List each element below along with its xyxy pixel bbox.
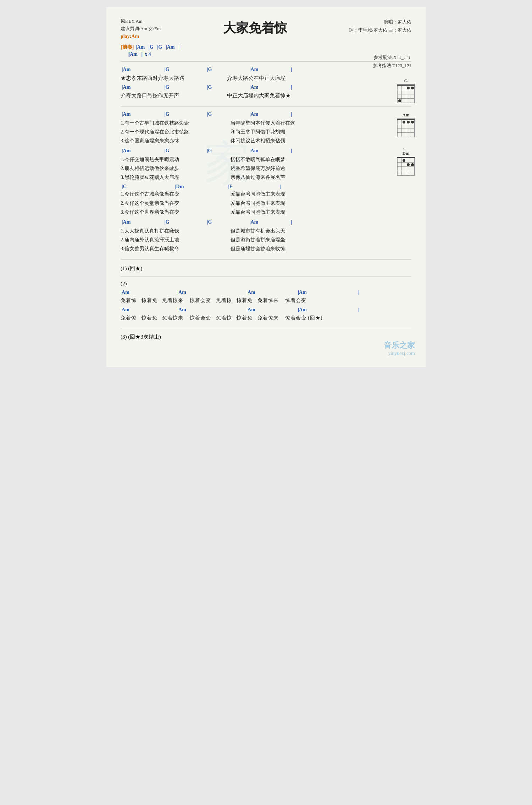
repeat-chords: ||Am || x 4 xyxy=(128,51,151,57)
verse2-chords2: |Am |G |G |Am | xyxy=(121,147,411,154)
intro-row: [前奏] |Am |G |G |Am | xyxy=(121,44,411,50)
verse1-lyrics1: ★忠孝东路西对介寿大路遇 介寿大路公在中正大庙埕 xyxy=(121,74,411,82)
section1-text: (1) (回★) xyxy=(121,265,142,271)
g-chord-name: G xyxy=(404,78,408,84)
watermark-cn: 音乐之家 xyxy=(384,340,415,351)
intro-chords: |Am |G |G |Am | xyxy=(136,44,179,50)
header-right: 演唱：罗大佑 詞：李坤城/罗大佑 曲：罗大佑 xyxy=(349,18,411,34)
verse2-lines3: 1.今仔这个古城亲像当在变 爱靠台湾同胞做主来表现 2.今仔这个灵堂亲像当在变 … xyxy=(121,190,411,217)
dm-chord-name: Dm xyxy=(402,150,409,156)
am-chord-diagram: Am xyxy=(397,112,415,137)
chord-diagrams: G xyxy=(397,78,415,176)
verse2-chords3: |C |Dm |E | xyxy=(121,184,411,190)
singer-text: 演唱：罗大佑 xyxy=(349,18,411,26)
section3-block: (3) (回★3次结束) xyxy=(121,334,411,340)
dm-chord-diagram: ○ Dm xyxy=(397,146,415,176)
header: 原KEY:Am 建议男调:Am 女:Em play:Am 大家免着惊 演唱：罗大… xyxy=(121,18,411,40)
header-left: 原KEY:Am 建议男调:Am 女:Em play:Am xyxy=(121,18,161,40)
intro-label: [前奏] xyxy=(121,44,134,50)
section3-text: (3) (回★3次结束) xyxy=(121,334,161,340)
verse2-lines2: 1.今仔交通闹热夹甲呣震动 恬恬不敢喘气孤单在眠梦 2.朋友相招运动做伙来散步 … xyxy=(121,155,411,182)
g-chord-diagram: G xyxy=(397,78,415,103)
key-text: 原KEY:Am xyxy=(121,18,161,25)
repeat-row: ||Am || x 4 xyxy=(121,51,411,57)
section2-label: (2) xyxy=(121,281,411,287)
play-text: play:Am xyxy=(121,33,161,40)
lyricist-text: 詞：李坤城/罗大佑 曲：罗大佑 xyxy=(349,26,411,34)
verse1-chords2: |Am |G |G |Am | xyxy=(121,84,411,91)
section2-block: (2) |Am |Am |Am |Am | 免着惊 惊着免 免着惊来 惊着会变 … xyxy=(121,281,411,322)
verse1-chords1: |Am |G |G |Am | xyxy=(121,66,411,73)
section2-lyrics1: 免着惊 惊着免 免着惊来 惊着会变 免着惊 惊着免 免着惊来 惊着会变 xyxy=(121,296,411,305)
strum-text: 参考刷法:X↑↓_↓↑↓ xyxy=(373,53,411,61)
verse1-section: |Am |G |G |Am | ★忠孝东路西对介寿大路遇 介寿大路公在中正大庙埕… xyxy=(121,66,411,100)
verse2-section: |Am |G |G |Am | 1.有一个古早门城在铁枝路边企 当年隔壁阿本仔侵… xyxy=(121,111,411,253)
verse2-chords1: |Am |G |G |Am | xyxy=(121,111,411,118)
am-chord-name: Am xyxy=(402,112,409,118)
song-title: 大家免着惊 xyxy=(161,18,349,37)
finger-text: 参考指法:T123_121 xyxy=(373,61,411,70)
section2-lyrics2: 免着惊 惊着免 免着惊来 惊着会变 免着惊 惊着免 免着惊来 惊着会变 (回★) xyxy=(121,313,411,322)
verse2-lines4: 1.人人拢真认真打拼在赚钱 但是城市甘有机会出头天 2.庙内庙外认真流汗沃土地 … xyxy=(121,226,411,253)
verse1-lyrics2: 介寿大路口号按作无开声 中正大庙埕内大家免着惊★ xyxy=(121,91,411,100)
verse2-chords4: |Am |G |G |Am | xyxy=(121,219,411,226)
verse2-lines1: 1.有一个古早门城在铁枝路边企 当年隔壁阿本仔侵入着行在这 2.有一个现代庙埕在… xyxy=(121,119,411,146)
section2-chords2: |Am |Am |Am |Am | xyxy=(121,307,411,313)
suggest-text: 建议男调:Am 女:Em xyxy=(121,25,161,33)
ref-box: 参考刷法:X↑↓_↓↑↓ 参考指法:T123_121 xyxy=(373,53,411,70)
section1-block: (1) (回★) xyxy=(121,265,411,272)
watermark-en: yinyuezj.com xyxy=(384,351,415,356)
page: 原KEY:Am 建议男调:Am 女:Em play:Am 大家免着惊 演唱：罗大… xyxy=(106,7,426,367)
section2-chords1: |Am |Am |Am |Am | xyxy=(121,290,411,295)
watermark-logo: 音乐之家 yinyuezj.com xyxy=(384,340,415,356)
